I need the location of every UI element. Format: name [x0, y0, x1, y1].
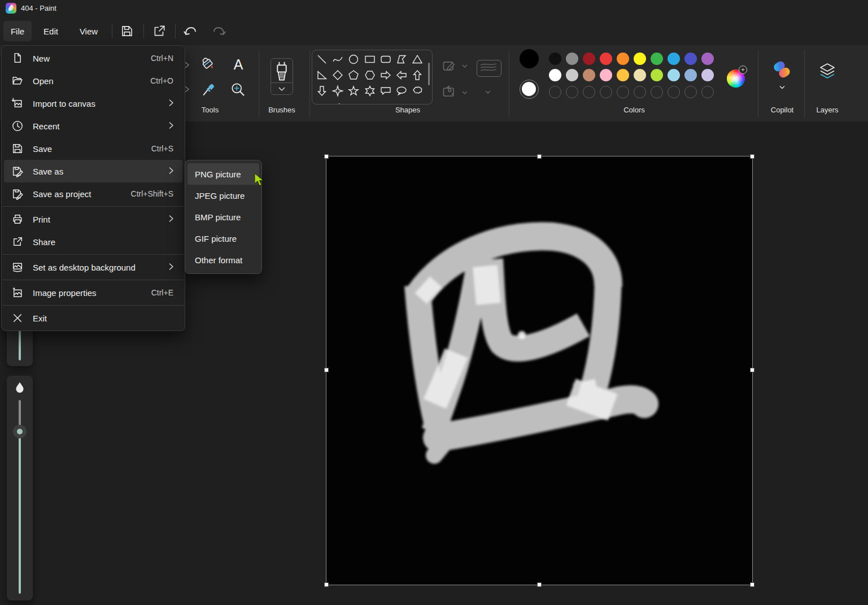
selection-handle[interactable]	[750, 582, 754, 587]
selection-handle[interactable]	[750, 368, 754, 372]
shape-quadrilateral[interactable]	[395, 53, 408, 66]
file-menu-item-import-to-canvas[interactable]: Import to canvas	[4, 92, 182, 115]
color-swatch-#fef21e[interactable]	[634, 53, 646, 65]
file-menu-item-open[interactable]: OpenCtrl+O	[4, 69, 182, 92]
secondary-color-swatch[interactable]	[520, 80, 539, 99]
color-swatch-empty[interactable]	[583, 86, 595, 98]
opacity-slider-thumb[interactable]	[13, 425, 27, 438]
canvas[interactable]	[326, 156, 752, 585]
shape-arrow-left[interactable]	[395, 69, 408, 81]
shape-pentagon[interactable]	[347, 69, 360, 81]
chevron-down-icon[interactable]	[778, 82, 786, 93]
file-menu-item-share[interactable]: Share	[4, 230, 182, 253]
selection-handle[interactable]	[537, 154, 542, 159]
color-swatch-#f78c28[interactable]	[617, 53, 629, 65]
color-swatch-#9c1b24[interactable]	[583, 53, 595, 65]
file-menu-item-new[interactable]: NewCtrl+N	[4, 47, 182, 69]
save-button[interactable]	[119, 23, 135, 39]
color-swatch-empty[interactable]	[684, 86, 697, 98]
shape-outline-button[interactable]	[442, 59, 457, 76]
shapes-scrollbar[interactable]	[428, 63, 430, 85]
opacity-slider-fill[interactable]	[19, 437, 21, 594]
color-swatch-empty[interactable]	[651, 86, 663, 98]
chevron-down-icon[interactable]	[461, 88, 469, 98]
shape-callout-oval[interactable]	[395, 85, 408, 97]
color-swatch-#4b52c8[interactable]	[684, 53, 697, 65]
view-menu-button[interactable]: View	[73, 21, 104, 41]
submenu-item-png-picture[interactable]: PNG picture	[187, 163, 259, 185]
submenu-item-jpeg-picture[interactable]: JPEG picture	[187, 185, 259, 206]
chevron-down-icon[interactable]	[461, 61, 469, 71]
file-menu-item-save[interactable]: SaveCtrl+S	[4, 137, 182, 160]
copilot-button[interactable]	[773, 61, 791, 79]
undo-button[interactable]	[182, 23, 198, 39]
eyedropper-tool[interactable]	[200, 81, 217, 98]
shape-right-triangle[interactable]	[316, 69, 328, 81]
color-swatch-#b2e23a[interactable]	[651, 69, 663, 81]
color-swatch-#ccc3e9[interactable]	[701, 69, 714, 81]
shape-ellipse[interactable]	[347, 53, 360, 66]
shape-fill-button[interactable]	[442, 85, 457, 102]
file-menu-item-set-as-desktop-background[interactable]: Set as desktop background	[4, 256, 182, 278]
color-swatch-#9ed8ee[interactable]	[668, 69, 680, 81]
color-swatch-#a463bf[interactable]	[701, 53, 714, 65]
layers-button[interactable]	[819, 62, 836, 84]
color-swatch-#ffffff[interactable]	[549, 69, 561, 81]
shape-texture-button[interactable]	[477, 60, 501, 77]
selection-handle[interactable]	[324, 582, 329, 587]
color-swatch-#c08a6c[interactable]	[583, 69, 595, 81]
brushes-button[interactable]	[271, 58, 293, 95]
selection-handle[interactable]	[537, 582, 542, 587]
color-swatch-#2aa7e0[interactable]	[668, 53, 680, 65]
shape-curve[interactable]	[332, 53, 344, 66]
shape-triangle[interactable]	[411, 53, 424, 66]
shape-rounded-rectangle[interactable]	[380, 53, 392, 66]
text-tool[interactable]: A	[230, 56, 247, 73]
file-menu-item-recent[interactable]: Recent	[4, 115, 182, 137]
shape-cloud[interactable]	[316, 101, 328, 105]
shape-arrow-up[interactable]	[411, 69, 424, 81]
shape-hexagon[interactable]	[364, 69, 376, 81]
file-menu-item-exit[interactable]: Exit	[4, 307, 182, 329]
color-swatch-#cacaca[interactable]	[566, 69, 578, 81]
shape-star-five[interactable]	[347, 85, 360, 97]
color-swatch-#3cb54b[interactable]	[651, 53, 663, 65]
primary-color-swatch[interactable]	[520, 49, 539, 68]
shape-star-six[interactable]	[364, 85, 376, 97]
file-menu-button[interactable]: File	[3, 21, 32, 41]
color-swatch-#8eb2da[interactable]	[684, 69, 697, 81]
color-swatch-#8d8d8d[interactable]	[566, 53, 578, 65]
shape-star-four[interactable]	[332, 85, 344, 97]
shape-arrow-down[interactable]	[316, 85, 328, 97]
submenu-item-bmp-picture[interactable]: BMP picture	[187, 206, 259, 228]
color-swatch-empty[interactable]	[668, 86, 680, 98]
color-swatch-#eb3a3a[interactable]	[600, 53, 612, 65]
fill-bucket-tool[interactable]	[199, 56, 216, 73]
shape-callout-rounded[interactable]	[380, 85, 392, 97]
shape-lightning[interactable]	[332, 101, 344, 105]
shape-rectangle[interactable]	[364, 53, 376, 66]
shape-line[interactable]	[316, 53, 328, 66]
redo-button[interactable]	[211, 23, 227, 39]
shape-callout-cloud[interactable]	[411, 85, 424, 97]
chevron-down-icon[interactable]	[484, 87, 492, 97]
color-swatch-empty[interactable]	[617, 86, 629, 98]
selection-handle[interactable]	[750, 154, 754, 159]
file-menu-item-image-properties[interactable]: Image propertiesCtrl+E	[4, 281, 182, 304]
color-swatch-#ffc341[interactable]	[617, 69, 629, 81]
shape-arrow-right[interactable]	[380, 69, 392, 81]
share-button[interactable]	[151, 23, 167, 39]
submenu-item-gif-picture[interactable]: GIF picture	[187, 228, 259, 249]
submenu-item-other-format[interactable]: Other format	[187, 249, 259, 271]
color-swatch-empty[interactable]	[549, 86, 561, 98]
color-swatch-empty[interactable]	[566, 86, 578, 98]
file-menu-item-save-as[interactable]: Save as	[4, 160, 182, 182]
color-swatch-#ffb6c9[interactable]	[600, 69, 612, 81]
file-menu-item-save-as-project[interactable]: Save as projectCtrl+Shift+S	[4, 182, 182, 205]
file-menu-item-print[interactable]: Print	[4, 208, 182, 230]
edit-menu-button[interactable]: Edit	[36, 21, 66, 41]
color-swatch-#111111[interactable]	[549, 53, 561, 65]
shape-diamond[interactable]	[332, 69, 344, 81]
color-swatch-empty[interactable]	[634, 86, 646, 98]
color-swatch-empty[interactable]	[701, 86, 714, 98]
